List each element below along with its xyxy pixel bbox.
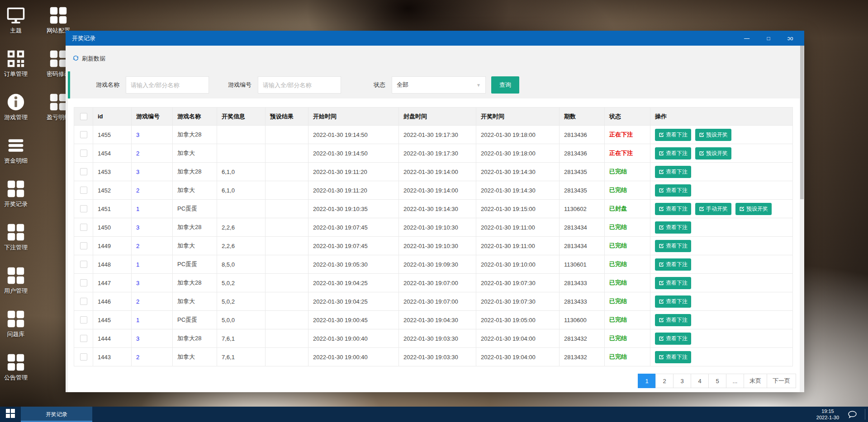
game-code-link[interactable]: 3: [136, 280, 139, 286]
game-code-link[interactable]: 1: [136, 317, 139, 324]
maximize-icon[interactable]: □: [764, 36, 773, 41]
preset-draw-button[interactable]: 预设开奖: [695, 129, 731, 141]
game-code-link[interactable]: 3: [136, 335, 139, 342]
next-page-button[interactable]: 下一页: [767, 374, 796, 388]
page-button-4[interactable]: 4: [691, 374, 709, 388]
cell-seal-time: 2022-01-30 19:14:30: [399, 200, 476, 218]
page-button-2[interactable]: 2: [655, 374, 674, 388]
desktop-shortcut-用户管理[interactable]: 用户管理: [1, 267, 31, 295]
game-code-link[interactable]: 1: [136, 261, 139, 268]
desktop-shortcut-游戏管理[interactable]: 游戏管理: [1, 93, 31, 121]
desktop-shortcut-网站配置[interactable]: 网站配置: [43, 6, 73, 34]
show-desktop-button[interactable]: [865, 409, 865, 420]
last-page-button[interactable]: 末页: [744, 374, 767, 388]
view-bets-button[interactable]: 查看下注: [655, 184, 691, 197]
desktop-shortcut-问题库[interactable]: 问题库: [1, 310, 31, 338]
view-bets-button[interactable]: 查看下注: [655, 166, 691, 178]
start-button[interactable]: [0, 407, 21, 422]
cell-id: 1444: [93, 329, 132, 348]
cell-seal-time: 2022-01-30 19:17:30: [399, 144, 476, 163]
scrollbar-thumb[interactable]: [800, 46, 804, 199]
search-button[interactable]: 查询: [491, 76, 519, 94]
desktop-shortcut-下注管理[interactable]: 下注管理: [1, 223, 31, 251]
game-code-link[interactable]: 2: [136, 354, 139, 361]
view-bets-button[interactable]: 查看下注: [655, 147, 691, 159]
desktop-shortcut-公告管理[interactable]: 公告管理: [1, 353, 31, 381]
desktop-shortcut-订单管理[interactable]: 订单管理: [1, 50, 31, 78]
minimize-icon[interactable]: —: [743, 36, 751, 41]
view-bets-button[interactable]: 查看下注: [655, 221, 691, 234]
page-button-5[interactable]: 5: [708, 374, 726, 388]
cell-period: 2813435: [560, 163, 605, 181]
edit-icon: [659, 206, 664, 212]
game-code-input[interactable]: [258, 76, 341, 94]
cell-draw-info: 5,0,2: [217, 292, 266, 311]
status-select[interactable]: 全部 ▼: [392, 76, 486, 94]
cell-seal-time: 2022-01-30 19:03:30: [399, 329, 476, 348]
row-checkbox[interactable]: [80, 131, 87, 138]
game-code-link[interactable]: 3: [136, 224, 139, 231]
desktop-shortcut-资金明细[interactable]: 资金明细: [1, 136, 31, 164]
game-code-link[interactable]: 3: [136, 131, 139, 138]
row-checkbox[interactable]: [80, 168, 87, 175]
row-checkbox[interactable]: [80, 353, 87, 361]
row-checkbox[interactable]: [80, 298, 87, 305]
page-ellipsis[interactable]: ...: [726, 374, 744, 388]
action-center-icon[interactable]: [847, 409, 858, 420]
game-code-link[interactable]: 3: [136, 169, 139, 175]
app-window: 开奖记录 — □ ɔo 刷新数据 游戏名称 游戏编号 状态 全部 ▼ 查询: [66, 31, 804, 392]
game-code-link[interactable]: 1: [136, 206, 139, 212]
refresh-data-button[interactable]: 刷新数据: [72, 55, 105, 63]
row-checkbox[interactable]: [80, 279, 87, 286]
taskbar-clock[interactable]: 19:15 2022-1-30: [816, 408, 839, 421]
window-titlebar[interactable]: 开奖记录 — □ ɔo: [66, 31, 804, 46]
row-checkbox[interactable]: [80, 261, 87, 268]
view-bets-button[interactable]: 查看下注: [655, 295, 691, 308]
row-checkbox[interactable]: [80, 335, 87, 342]
row-checkbox[interactable]: [80, 205, 87, 212]
edit-icon: [659, 169, 664, 175]
row-checkbox[interactable]: [80, 187, 87, 194]
cell-start-time: 2022-01-30 19:04:25: [308, 274, 399, 292]
view-bets-button[interactable]: 查看下注: [655, 203, 691, 215]
view-bets-button[interactable]: 查看下注: [655, 240, 691, 252]
cell-game-name: 加拿大28: [173, 218, 217, 237]
view-bets-button[interactable]: 查看下注: [655, 129, 691, 141]
game-name-input[interactable]: [126, 76, 209, 94]
cell-preset-result: [266, 144, 308, 163]
table-row: 14542加拿大2022-01-30 19:14:502022-01-30 19…: [74, 144, 793, 163]
view-bets-button[interactable]: 查看下注: [655, 277, 691, 289]
cell-id: 1448: [93, 255, 132, 274]
row-checkbox[interactable]: [80, 224, 87, 231]
edit-icon: [659, 261, 664, 268]
status-text: 已完结: [609, 261, 627, 267]
row-checkbox[interactable]: [80, 316, 87, 324]
desktop-shortcut-label: 主题: [1, 27, 31, 35]
window-session-icon[interactable]: ɔo: [786, 36, 794, 41]
cell-start-time: 2022-01-30 19:14:50: [308, 144, 399, 163]
game-code-link[interactable]: 2: [136, 298, 139, 305]
row-checkbox[interactable]: [80, 242, 87, 249]
preset-draw-button[interactable]: 预设开奖: [735, 203, 772, 215]
view-bets-button[interactable]: 查看下注: [655, 258, 691, 271]
select-all-checkbox[interactable]: [80, 113, 87, 120]
cell-id: 1445: [93, 311, 132, 329]
desktop-shortcut-开奖记录[interactable]: 开奖记录: [1, 180, 31, 208]
view-bets-button[interactable]: 查看下注: [655, 351, 691, 363]
window-scrollbar[interactable]: [800, 46, 804, 392]
view-bets-button[interactable]: 查看下注: [655, 333, 691, 345]
row-checkbox[interactable]: [80, 150, 87, 157]
preset-draw-button[interactable]: 预设开奖: [695, 147, 731, 159]
taskbar-task-lottery-records[interactable]: 开奖记录: [21, 407, 92, 422]
desktop-shortcut-主题[interactable]: 主题: [1, 6, 31, 34]
table-row: 14481PC蛋蛋8,5,02022-01-30 19:05:302022-01…: [74, 255, 793, 274]
game-code-link[interactable]: 2: [136, 150, 139, 157]
manual-draw-button[interactable]: 手动开奖: [695, 203, 731, 215]
page-button-1[interactable]: 1: [638, 374, 656, 388]
status-text: 正在下注: [609, 131, 633, 138]
game-code-link[interactable]: 2: [136, 243, 139, 249]
game-code-link[interactable]: 2: [136, 187, 139, 194]
page-button-3[interactable]: 3: [673, 374, 691, 388]
view-bets-button[interactable]: 查看下注: [655, 314, 691, 326]
cell-preset-result: [266, 292, 308, 311]
